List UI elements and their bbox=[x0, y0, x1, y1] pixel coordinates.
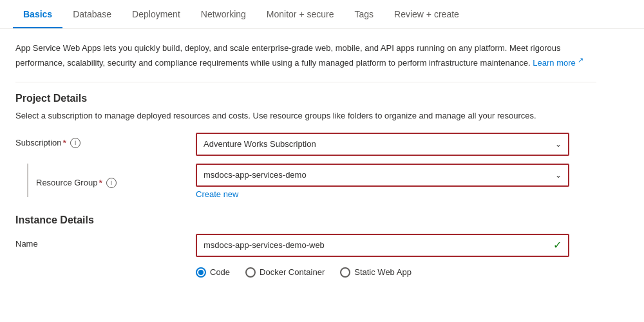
check-icon: ✓ bbox=[553, 239, 562, 251]
radio-code-label: Code bbox=[210, 267, 230, 277]
learn-more-link[interactable]: Learn more bbox=[533, 58, 575, 68]
instance-details-section: Instance Details Name msdocs-app-service… bbox=[15, 214, 596, 278]
publish-option-docker[interactable]: Docker Container bbox=[245, 267, 325, 278]
tab-database[interactable]: Database bbox=[62, 0, 122, 28]
project-details-description: Select a subscription to manage deployed… bbox=[15, 109, 596, 122]
publish-radio-row: Code Docker Container Static Web App bbox=[15, 267, 596, 278]
subscription-label: Subscription bbox=[15, 138, 62, 147]
resource-group-label-col: Resource Group * i bbox=[15, 164, 196, 197]
subscription-row: Subscription * i Adventure Works Subscri… bbox=[15, 133, 596, 156]
name-row: Name msdocs-app-services-demo-web ✓ bbox=[15, 234, 596, 257]
divider-1 bbox=[15, 82, 596, 82]
main-content: App Service Web Apps lets you quickly bu… bbox=[0, 29, 612, 290]
radio-static-circle bbox=[340, 267, 350, 278]
subscription-dropdown[interactable]: Adventure Works Subscription ⌄ bbox=[196, 133, 569, 156]
subscription-required-star: * bbox=[63, 138, 66, 148]
indent-line bbox=[27, 164, 28, 197]
name-input[interactable]: msdocs-app-services-demo-web ✓ bbox=[196, 234, 569, 257]
tab-networking[interactable]: Networking bbox=[191, 0, 256, 28]
tab-deployment[interactable]: Deployment bbox=[122, 0, 191, 28]
resource-group-row: Resource Group * i msdocs-app-services-d… bbox=[15, 164, 596, 199]
resource-group-dropdown[interactable]: msdocs-app-services-demo ⌄ bbox=[196, 164, 569, 187]
app-description: App Service Web Apps lets you quickly bu… bbox=[15, 42, 596, 69]
resource-group-label: Resource Group bbox=[36, 178, 97, 187]
resource-group-chevron-icon: ⌄ bbox=[555, 171, 562, 180]
radio-docker-circle bbox=[245, 267, 256, 278]
tab-monitor[interactable]: Monitor + secure bbox=[256, 0, 345, 28]
project-details-section: Project Details Select a subscription to… bbox=[15, 93, 596, 199]
create-new-link[interactable]: Create new bbox=[196, 189, 238, 199]
instance-details-heading: Instance Details bbox=[15, 214, 596, 226]
subscription-value: Adventure Works Subscription bbox=[204, 139, 316, 149]
tab-navigation: Basics Database Deployment Networking Mo… bbox=[0, 0, 644, 29]
subscription-control-col: Adventure Works Subscription ⌄ bbox=[196, 133, 569, 156]
project-details-heading: Project Details bbox=[15, 93, 596, 104]
resource-group-info-icon[interactable]: i bbox=[106, 178, 117, 188]
radio-static-label: Static Web App bbox=[354, 267, 412, 277]
resource-group-control-col: msdocs-app-services-demo ⌄ Create new bbox=[196, 164, 569, 199]
resource-group-required-star: * bbox=[99, 178, 102, 188]
name-value: msdocs-app-services-demo-web bbox=[204, 240, 325, 250]
radio-code-circle bbox=[196, 267, 206, 278]
tab-tags[interactable]: Tags bbox=[345, 0, 384, 28]
name-label: Name bbox=[15, 239, 38, 249]
tab-review[interactable]: Review + create bbox=[384, 0, 469, 28]
subscription-chevron-icon: ⌄ bbox=[555, 140, 562, 149]
subscription-label-col: Subscription * i bbox=[15, 133, 196, 148]
subscription-info-icon[interactable]: i bbox=[70, 138, 80, 148]
tab-basics[interactable]: Basics bbox=[13, 0, 62, 28]
name-control-col: msdocs-app-services-demo-web ✓ bbox=[196, 234, 569, 257]
publish-option-static[interactable]: Static Web App bbox=[340, 267, 412, 278]
publish-option-code[interactable]: Code bbox=[196, 267, 230, 278]
resource-group-value: msdocs-app-services-demo bbox=[204, 170, 307, 180]
external-link-icon: ↗ bbox=[578, 56, 583, 64]
name-label-col: Name bbox=[15, 234, 196, 249]
radio-docker-label: Docker Container bbox=[260, 267, 325, 277]
